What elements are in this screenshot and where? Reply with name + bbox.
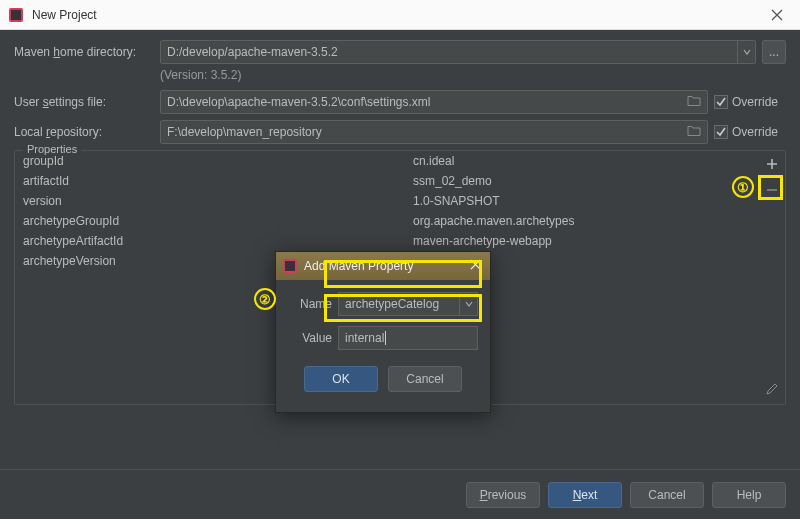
home-dir-label: Maven home directory: [14,45,154,59]
name-label: Name [288,297,332,311]
close-icon[interactable] [466,259,484,273]
user-settings-value: D:\develop\apache-maven-3.5.2\conf\setti… [167,95,430,109]
previous-button[interactable]: Previous [466,482,540,508]
cancel-button[interactable]: Cancel [630,482,704,508]
local-repo-input[interactable]: F:\develop\maven_repository [160,120,708,144]
close-icon[interactable] [762,0,792,30]
help-button[interactable]: Help [712,482,786,508]
title-bar: New Project [0,0,800,30]
local-repo-value: F:\develop\maven_repository [167,125,322,139]
table-row[interactable]: archetypeGroupIdorg.apache.maven.archety… [15,211,759,231]
ok-button[interactable]: OK [304,366,378,392]
cancel-button[interactable]: Cancel [388,366,462,392]
value-input[interactable]: internal [338,326,478,350]
folder-icon[interactable] [687,125,701,140]
next-button[interactable]: Next [548,482,622,508]
checkbox-icon [714,95,728,109]
table-row[interactable]: artifactIdssm_02_demo [15,171,759,191]
browse-home-dir-button[interactable]: ... [762,40,786,64]
add-property-dialog: Add Maven Property Name archetypeCatelog… [275,251,491,413]
app-icon [282,258,298,274]
properties-title: Properties [23,143,81,155]
dialog-title-bar: Add Maven Property [276,252,490,280]
table-row[interactable]: version1.0-SNAPSHOT [15,191,759,211]
chevron-down-icon[interactable] [737,41,755,63]
version-note: (Version: 3.5.2) [160,68,786,82]
home-dir-value: D:/develop/apache-maven-3.5.2 [167,45,338,59]
table-row[interactable]: archetypeArtifactIdmaven-archetype-webap… [15,231,759,251]
svg-rect-1 [11,10,21,20]
home-dir-combo[interactable]: D:/develop/apache-maven-3.5.2 [160,40,756,64]
remove-property-button[interactable] [761,179,783,201]
edit-property-button[interactable] [761,378,783,400]
footer: Previous Next Cancel Help [0,469,800,519]
svg-rect-3 [285,261,295,271]
app-icon [8,7,24,23]
folder-icon[interactable] [687,95,701,110]
name-combo[interactable]: archetypeCatelog [338,292,478,316]
override-repo-checkbox[interactable]: Override [714,125,786,139]
value-label: Value [288,331,332,345]
override-settings-checkbox[interactable]: Override [714,95,786,109]
user-settings-input[interactable]: D:\develop\apache-maven-3.5.2\conf\setti… [160,90,708,114]
table-row[interactable]: groupIdcn.ideal [15,151,759,171]
add-property-button[interactable] [761,153,783,175]
user-settings-label: User settings file: [14,95,154,109]
window-title: New Project [32,8,762,22]
chevron-down-icon[interactable] [459,293,477,315]
checkbox-icon [714,125,728,139]
local-repo-label: Local repository: [14,125,154,139]
dialog-title: Add Maven Property [304,259,466,273]
